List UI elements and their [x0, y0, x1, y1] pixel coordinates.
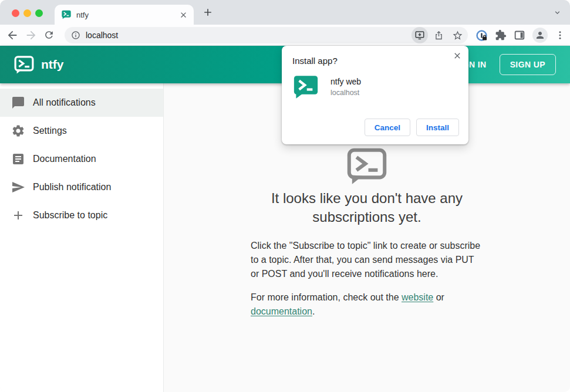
plus-icon	[11, 208, 25, 222]
documentation-link[interactable]: documentation	[251, 306, 312, 316]
install-button[interactable]: Install	[416, 119, 459, 136]
sidebar-item-label: Publish notification	[33, 182, 111, 192]
minimize-window-button[interactable]	[23, 9, 31, 17]
empty-state-heading: It looks like you don't have any subscri…	[241, 189, 493, 227]
reload-icon[interactable]	[43, 29, 55, 40]
sidebar-item-label: Documentation	[33, 154, 96, 164]
omnibox-actions	[412, 27, 466, 43]
cancel-button[interactable]: Cancel	[365, 119, 410, 136]
instructions-paragraph: Click the "Subscribe to topic" link to c…	[251, 239, 483, 281]
sidebar-item-label: All notifications	[33, 97, 96, 108]
sidebar-item-label: Subscribe to topic	[33, 210, 107, 221]
more-info-text: .	[312, 306, 315, 316]
sidebar-item-settings[interactable]: Settings	[0, 117, 163, 145]
browser-menu-dots-icon[interactable]	[555, 30, 565, 40]
ntfy-empty-state-icon	[347, 148, 387, 185]
dialog-app-origin: localhost	[330, 89, 361, 97]
sidebar-item-documentation[interactable]: Documentation	[0, 145, 163, 173]
tab-strip: ntfy	[0, 0, 570, 25]
more-info-paragraph: For more information, check out the webs…	[251, 290, 483, 319]
toolbar-extensions-area	[475, 27, 565, 43]
window-controls	[12, 9, 43, 17]
browser-window: ntfy localhost	[0, 0, 570, 392]
ntfy-app-icon	[294, 75, 318, 99]
send-icon	[11, 180, 25, 194]
more-info-text: For more information, check out the	[251, 292, 402, 302]
sidebar: All notifications Settings Documentation…	[0, 83, 164, 392]
profile-avatar[interactable]	[532, 28, 548, 43]
tab-search-chevron-icon[interactable]	[553, 8, 562, 17]
install-app-icon[interactable]	[412, 27, 428, 43]
brand-title: ntfy	[41, 58, 64, 72]
back-icon[interactable]	[6, 29, 19, 42]
chat-icon	[11, 96, 25, 110]
close-window-button[interactable]	[12, 9, 19, 17]
article-icon	[11, 152, 25, 166]
side-panel-icon[interactable]	[514, 29, 525, 41]
url-text[interactable]: localhost	[86, 31, 412, 40]
extensions-puzzle-icon[interactable]	[495, 29, 507, 41]
ntfy-favicon	[62, 10, 71, 19]
dialog-app-name: ntfy web	[330, 77, 361, 86]
address-bar[interactable]: localhost	[65, 27, 468, 43]
ntfy-logo-icon	[14, 56, 34, 74]
dialog-app-row: ntfy web localhost	[294, 75, 458, 99]
dialog-actions: Cancel Install	[365, 119, 459, 136]
gear-icon	[11, 124, 25, 138]
install-app-dialog: Install app? ntfy web localhost Cancel I…	[282, 46, 468, 144]
tab-close-icon[interactable]	[179, 11, 188, 19]
share-icon[interactable]	[430, 27, 447, 43]
page-info-icon[interactable]	[71, 31, 80, 40]
sidebar-item-label: Settings	[33, 126, 67, 136]
tab-title: ntfy	[76, 11, 179, 19]
empty-state-copy: Click the "Subscribe to topic" link to c…	[251, 239, 483, 319]
sign-up-button[interactable]: SIGN UP	[500, 54, 556, 75]
browser-tab-ntfy[interactable]: ntfy	[55, 5, 194, 25]
sidebar-item-all-notifications[interactable]: All notifications	[0, 89, 163, 117]
password-manager-extension-icon[interactable]	[475, 29, 488, 42]
more-info-text: or	[433, 292, 444, 302]
dialog-close-icon[interactable]	[453, 51, 462, 60]
sidebar-item-publish-notification[interactable]: Publish notification	[0, 173, 163, 201]
sidebar-item-subscribe-to-topic[interactable]: Subscribe to topic	[0, 201, 163, 229]
dialog-title: Install app?	[292, 56, 458, 66]
zoom-window-button[interactable]	[35, 9, 43, 17]
new-tab-button[interactable]	[202, 6, 214, 18]
website-link[interactable]: website	[402, 292, 433, 302]
bookmark-star-icon[interactable]	[449, 27, 466, 43]
forward-icon[interactable]	[25, 29, 38, 42]
